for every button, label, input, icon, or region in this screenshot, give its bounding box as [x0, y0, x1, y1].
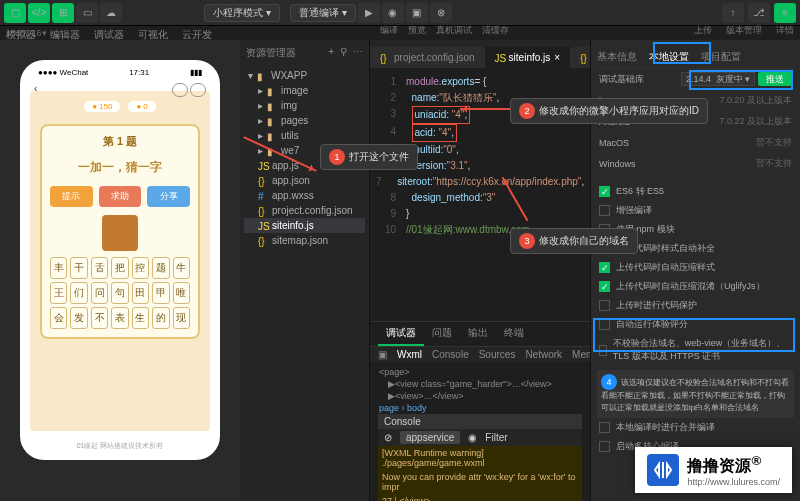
checkbox-row[interactable]: 上传时进行代码保护 [597, 296, 794, 315]
version-btn[interactable]: ⎇ [748, 3, 770, 23]
clear-btn[interactable]: ⊗ [430, 3, 452, 23]
sources-tab[interactable]: Sources [479, 349, 516, 360]
char-cell[interactable]: 唯 [173, 282, 190, 304]
console-tab[interactable]: Console [432, 349, 469, 360]
callout-2: 2修改成你的微擎小程序应用对应的ID [510, 98, 708, 124]
dbg-tab-problems[interactable]: 问题 [424, 322, 460, 346]
char-cell[interactable]: 表 [111, 307, 128, 329]
dbg-tab-debugger[interactable]: 调试器 [378, 322, 424, 346]
checkbox-row[interactable]: 增强编译 [597, 201, 794, 220]
debug-panel: 调试器 问题 输出 终端 ▣ Wxml Console Sources Netw… [370, 321, 590, 501]
details-btn[interactable]: ≡ [774, 3, 796, 23]
char-cell[interactable]: 甲 [152, 282, 169, 304]
sb-tab-basic[interactable]: 基本信息 [597, 50, 637, 64]
callout-3: 3修改成你自己的域名 [510, 228, 638, 254]
phone-frame: ●●●● WeChat17:31▮▮▮ ‹ ● 150 ● 0 第 1 题 一加… [20, 60, 220, 460]
note-box: 4该选项仅建议在不校验合法域名打钩和不打勾看看能不能正常加载，如果不打钩不能正常… [597, 370, 794, 418]
phone-footer: 01缘起 网站搭建设技术所有 [26, 435, 214, 457]
preview-btn[interactable]: ◉ [382, 3, 404, 23]
code-area[interactable]: 1module.exports = { 2 name: "队长猜猜乐", 3 u… [370, 68, 590, 321]
mode-select[interactable]: 小程序模式 ▾ [204, 4, 280, 22]
explorer-panel: 资源管理器 +⚲⋯ ▾ ▮ WXAPP ▸ ▮ image ▸ ▮ img ▸ … [240, 40, 370, 501]
char-cell[interactable]: 舌 [91, 257, 108, 279]
inspect-icon[interactable]: ▣ [378, 349, 387, 360]
char-cell[interactable]: 句 [111, 282, 128, 304]
new-file-icon[interactable]: + [328, 46, 334, 60]
char-cell[interactable]: 田 [132, 282, 149, 304]
char-cell[interactable]: 现 [173, 307, 190, 329]
search-icon[interactable]: ⚲ [340, 46, 347, 60]
dbg-tab-output[interactable]: 输出 [460, 322, 496, 346]
editor-panel: {} project.config.json JS siteinfo.js × … [370, 40, 590, 501]
compile-select[interactable]: 普通编译 ▾ [290, 4, 356, 22]
wxml-tab[interactable]: Wxml [397, 349, 422, 360]
char-cell[interactable]: 控 [132, 257, 149, 279]
share-btn[interactable]: 分享 [147, 186, 190, 207]
card-subtitle: 一加一，猜一字 [50, 159, 190, 176]
simulator-panel: ●●●● WeChat17:31▮▮▮ ‹ ● 150 ● 0 第 1 题 一加… [0, 40, 240, 501]
callout-1: 1打开这个文件 [320, 144, 418, 170]
file-project[interactable]: {} project.config.json [244, 203, 365, 218]
char-cell[interactable]: 丰 [50, 257, 67, 279]
card-title: 第 1 题 [50, 134, 190, 149]
capsule-menu-icon[interactable] [172, 83, 188, 97]
capsule-close-icon[interactable] [190, 83, 206, 97]
help-btn[interactable]: 求助 [99, 186, 142, 207]
file-siteinfo[interactable]: JS siteinfo.js [244, 218, 365, 233]
char-cell[interactable]: 王 [50, 282, 67, 304]
char-cell[interactable]: 生 [132, 307, 149, 329]
file-appjson[interactable]: {} app.json [244, 173, 365, 188]
clear-icon[interactable]: ⊘ [384, 432, 392, 443]
remote-btn[interactable]: ▣ [406, 3, 428, 23]
sb-tab-local[interactable]: 本地设置 [649, 50, 689, 64]
root-folder[interactable]: ▾ ▮ WXAPP [244, 68, 365, 83]
question-card: 第 1 题 一加一，猜一字 提示 求助 分享 丰干舌把控题牛王们问句田甲唯会发不… [40, 124, 200, 339]
checkbox-row[interactable]: ✓上传代码时自动压缩样式 [597, 258, 794, 277]
network-tab[interactable]: Network [525, 349, 562, 360]
char-grid: 丰干舌把控题牛王们问句田甲唯会发不表生的现 [50, 257, 190, 329]
tab-siteinfo[interactable]: JS siteinfo.js × [485, 47, 571, 68]
char-cell[interactable]: 的 [152, 307, 169, 329]
char-cell[interactable]: 们 [70, 282, 87, 304]
cloud-btn[interactable]: ☁ [100, 3, 122, 23]
file-appwxss[interactable]: # app.wxss [244, 188, 365, 203]
more-icon[interactable]: ⋯ [353, 46, 363, 60]
tab-project[interactable]: {} project.config.json [370, 47, 485, 68]
dbg-tab-terminal[interactable]: 终端 [496, 322, 532, 346]
folder-utils[interactable]: ▸ ▮ utils [244, 128, 365, 143]
coin-1[interactable]: ● 150 [84, 101, 120, 112]
folder-pages[interactable]: ▸ ▮ pages [244, 113, 365, 128]
checkbox-row[interactable]: 不校验合法域名、web-view（业务域名）、TLS 版本以及 HTTPS 证书 [597, 334, 794, 366]
folder-image[interactable]: ▸ ▮ image [244, 83, 365, 98]
char-cell[interactable]: 不 [91, 307, 108, 329]
folder-img[interactable]: ▸ ▮ img [244, 98, 365, 113]
char-cell[interactable]: 发 [70, 307, 87, 329]
visual-btn[interactable]: ▭ [76, 3, 98, 23]
char-cell[interactable]: 干 [70, 257, 87, 279]
watermark: 撸撸资源® http://www.lulures.com/ [635, 447, 792, 493]
editor-btn[interactable]: </> [28, 3, 50, 23]
sb-tab-project[interactable]: 项目配置 [701, 50, 741, 64]
upload-btn[interactable]: ↑ [722, 3, 744, 23]
file-sitemap[interactable]: {} sitemap.json [244, 233, 365, 248]
checkbox-row[interactable]: ✓上传代码时自动压缩混淆（UglifyJs） [597, 277, 794, 296]
answer-slot[interactable] [102, 215, 138, 251]
simulator-btn[interactable]: ▢ [4, 3, 26, 23]
back-icon[interactable]: ‹ [34, 83, 37, 94]
debugger-btn[interactable]: ⊞ [52, 3, 74, 23]
top-toolbar: ▢ </> ⊞ ▭ ☁ 模拟器编辑器调试器可视化云开发 小程序模式 ▾ 普通编译… [0, 0, 800, 26]
checkbox-row[interactable]: 自动运行体验评分 [597, 315, 794, 334]
char-cell[interactable]: 题 [152, 257, 169, 279]
char-cell[interactable]: 问 [91, 282, 108, 304]
char-cell[interactable]: 会 [50, 307, 67, 329]
coin-2[interactable]: ● 0 [128, 101, 155, 112]
push-btn[interactable]: 推送 [758, 72, 792, 86]
checkbox-row[interactable]: ✓ES6 转 ES5 [597, 182, 794, 201]
char-cell[interactable]: 把 [111, 257, 128, 279]
watermark-logo-icon [647, 454, 679, 486]
compile-btn[interactable]: ▶ [358, 3, 380, 23]
hint-btn[interactable]: 提示 [50, 186, 93, 207]
char-cell[interactable]: 牛 [173, 257, 190, 279]
lib-select[interactable]: 2.14.4 灰度中 ▾ [681, 72, 756, 86]
eye-icon[interactable]: ◉ [468, 432, 477, 443]
